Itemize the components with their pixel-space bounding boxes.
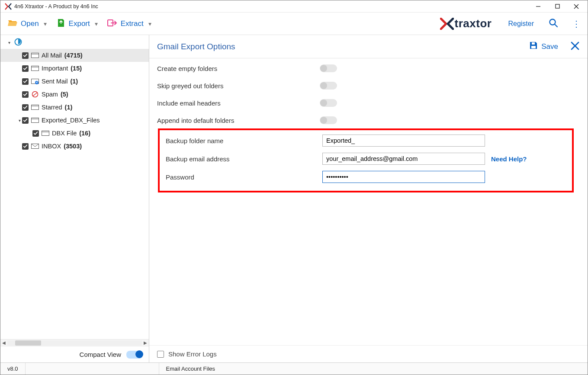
scroll-track[interactable]	[7, 340, 142, 346]
show-error-logs-label: Show Error Logs	[168, 350, 217, 358]
checkbox-icon[interactable]	[32, 130, 39, 137]
scroll-thumb[interactable]	[15, 340, 41, 346]
tree-item[interactable]: INBOX (3503)	[0, 140, 149, 153]
option-label: Create empty folders	[157, 65, 320, 72]
sidebar-h-scrollbar[interactable]: ◀ ▶	[0, 339, 149, 346]
chevron-down-icon: ▾	[95, 20, 98, 27]
tree-item[interactable]: ▾Exported_DBX_Files	[0, 114, 149, 127]
folder-count: (1)	[70, 78, 78, 85]
show-error-logs-checkbox[interactable]	[157, 351, 164, 358]
tree-item[interactable]: Sent Mail (1)	[0, 75, 149, 88]
close-window-button[interactable]	[567, 0, 586, 13]
close-panel-button[interactable]	[570, 41, 580, 52]
folder-count: (4715)	[64, 52, 83, 59]
option-label: Skip greyed out folders	[157, 82, 320, 90]
need-help-link[interactable]: Need Help?	[491, 155, 527, 163]
expander-icon[interactable]: ▾	[6, 40, 12, 45]
folder-open-icon	[7, 19, 18, 29]
window-title: 4n6 Xtraxtor - A Product by 4n6 Inc	[14, 3, 529, 10]
folder-name: Exported_DBX_Files	[42, 117, 100, 124]
option-label: Include email headers	[157, 99, 320, 107]
checkbox-icon[interactable]	[22, 143, 29, 150]
save-icon	[529, 41, 538, 52]
export-menu[interactable]: Export ▾	[55, 16, 100, 31]
open-menu[interactable]: Open ▾	[6, 17, 48, 30]
app-icon	[5, 3, 12, 10]
checkbox-icon[interactable]	[22, 52, 29, 59]
svg-rect-9	[32, 66, 39, 71]
svg-line-13	[33, 93, 37, 96]
tree-item[interactable]: Starred (1)	[0, 101, 149, 114]
save-button[interactable]: Save	[529, 41, 558, 52]
brand-name: traxtor	[455, 17, 492, 30]
option-skip-greyed: Skip greyed out folders	[157, 82, 580, 90]
export-icon	[56, 18, 66, 29]
skip-greyed-toggle[interactable]	[320, 82, 337, 90]
checkbox-icon[interactable]	[22, 117, 29, 124]
checkbox-icon[interactable]	[22, 91, 29, 98]
content-pane: Gmail Export Options Save Create empty f…	[149, 35, 588, 362]
tree-item[interactable]: Spam (5)	[0, 88, 149, 101]
search-button[interactable]	[549, 18, 558, 29]
include-headers-toggle[interactable]	[320, 99, 337, 107]
expander-icon[interactable]: ▾	[17, 118, 22, 123]
main-body: ▾ All Mail (4715)Important (15)Sent Mail…	[0, 35, 588, 362]
option-label: Append into default folders	[157, 117, 320, 124]
password-input[interactable]	[322, 171, 485, 183]
option-backup-email: Backup email address Need Help?	[166, 153, 572, 165]
folder-icon	[31, 65, 39, 71]
tree-item[interactable]: DBX File (16)	[0, 127, 149, 140]
options-title: Gmail Export Options	[157, 42, 529, 51]
scroll-right-icon[interactable]: ▶	[142, 340, 149, 345]
option-label: Password	[166, 173, 322, 181]
main-toolbar: Open ▾ Export ▾ Extract ▾ traxtor Regist…	[0, 13, 588, 35]
compact-view-bar: Compact View	[0, 346, 149, 362]
create-empty-toggle[interactable]	[320, 64, 337, 72]
folder-name: Important	[42, 65, 68, 72]
tree-item[interactable]: All Mail (4715)	[0, 49, 149, 62]
version-label: v8.0	[0, 363, 26, 375]
extract-icon	[107, 19, 118, 29]
folder-count: (3503)	[64, 143, 82, 150]
backup-folder-input[interactable]	[322, 135, 485, 147]
folder-icon	[42, 130, 49, 136]
titlebar: 4n6 Xtraxtor - A Product by 4n6 Inc	[0, 0, 588, 13]
svg-rect-16	[42, 131, 49, 136]
svg-rect-18	[531, 46, 536, 48]
compact-view-toggle[interactable]	[126, 351, 143, 359]
spam-icon	[31, 91, 39, 98]
account-icon	[14, 38, 22, 47]
register-link[interactable]: Register	[508, 20, 534, 28]
folder-icon	[31, 52, 39, 58]
sent-icon	[31, 78, 39, 84]
scroll-left-icon[interactable]: ◀	[0, 340, 7, 345]
tree-root[interactable]: ▾	[0, 36, 149, 49]
option-label: Backup email address	[166, 155, 322, 163]
backup-email-input[interactable]	[322, 153, 485, 165]
option-include-headers: Include email headers	[157, 99, 580, 107]
credentials-highlight: Backup folder name Backup email address …	[158, 128, 574, 192]
tree-item[interactable]: Important (15)	[0, 62, 149, 75]
svg-rect-15	[32, 118, 39, 123]
folder-name: Spam	[42, 91, 58, 98]
compact-view-label: Compact View	[80, 351, 121, 358]
option-append-default: Append into default folders	[157, 116, 580, 124]
folder-name: All Mail	[42, 52, 62, 59]
append-default-toggle[interactable]	[320, 116, 337, 124]
folder-count: (1)	[65, 104, 73, 111]
svg-rect-14	[32, 105, 39, 110]
folder-name: Sent Mail	[42, 78, 67, 85]
extract-menu[interactable]: Extract ▾	[106, 17, 153, 30]
maximize-button[interactable]	[548, 0, 567, 13]
minimize-button[interactable]	[529, 0, 548, 13]
svg-rect-1	[556, 4, 559, 8]
option-create-empty-folders: Create empty folders	[157, 64, 580, 72]
checkbox-icon[interactable]	[22, 78, 29, 85]
checkbox-icon[interactable]	[22, 104, 29, 111]
statusbar: v8.0 Email Account Files	[0, 362, 588, 375]
more-menu-button[interactable]: ⋮	[572, 19, 581, 29]
checkbox-icon[interactable]	[22, 65, 29, 72]
folder-name: DBX File	[52, 130, 77, 137]
svg-rect-8	[32, 53, 39, 58]
folder-icon	[31, 104, 39, 110]
